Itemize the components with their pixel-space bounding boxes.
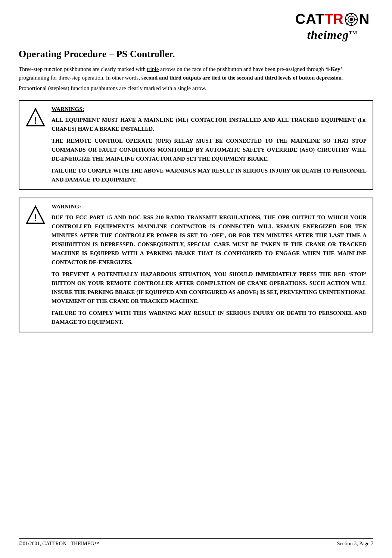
- logo-gear-icon: [345, 13, 358, 26]
- intro-text-1c: programming for: [19, 75, 59, 81]
- page-title: Operating Procedure – PS Controller.: [19, 49, 373, 60]
- intro-ikey-bold: ‘i-Key’: [325, 66, 342, 72]
- warning-icon-1: !: [25, 108, 46, 128]
- logo-tr-text: TR: [324, 11, 343, 27]
- logo-container: CAT TR N theimegTM: [291, 11, 373, 42]
- warning-2-para-2: TO PREVENT A POTENTIALLY HAZARDOUS SITUA…: [52, 270, 367, 306]
- intro-text-1d: operation. In other words,: [81, 75, 141, 81]
- intro-para-1: Three-step function pushbuttons are clea…: [19, 65, 373, 82]
- intro-text-1e: .: [342, 75, 343, 81]
- warning-1-content: WARNINGS: ALL EQUIPMENT MUST HAVE A MAIN…: [52, 106, 367, 184]
- intro-para-2: Proportional (stepless) function pushbut…: [19, 84, 373, 93]
- warning-1-para-3: FAILURE TO COMPLY WITH THE ABOVE WARNING…: [52, 166, 367, 184]
- logo-theimeg-text: theimegTM: [291, 28, 373, 42]
- warning-box-1: ! WARNINGS: ALL EQUIPMENT MUST HAVE A MA…: [19, 100, 373, 190]
- logo-cattron: CAT TR N: [291, 11, 373, 27]
- warning-box-2: ! WARNING: DUE TO FCC PART 15 AND DOC RS…: [19, 198, 373, 332]
- svg-text:!: !: [34, 213, 37, 223]
- header: CAT TR N theimegTM: [19, 11, 373, 42]
- intro-text-1b: arrows on the face of the pushbutton and…: [159, 66, 325, 72]
- intro-second-third-bold: second and third outputs are tied to the…: [141, 75, 342, 81]
- page-footer: ©01/2001, CATTRON - THEIMEG™ Section 3, …: [19, 538, 373, 547]
- intro-triple-underline: triple: [147, 66, 159, 72]
- warning-icon-2: !: [25, 205, 46, 225]
- warning-1-title: WARNINGS:: [52, 106, 367, 112]
- logo-cat-text: CAT: [295, 11, 324, 27]
- footer-left: ©01/2001, CATTRON - THEIMEG™: [19, 541, 99, 547]
- warning-2-content: WARNING: DUE TO FCC PART 15 AND DOC RSS-…: [52, 204, 367, 326]
- warning-2-title: WARNING:: [52, 204, 367, 210]
- intro-text-1a: Three-step function pushbuttons are clea…: [19, 66, 147, 72]
- warning-1-para-2: THE REMOTE CONTROL OPERATE (OPR) RELAY M…: [52, 136, 367, 163]
- svg-point-10: [349, 18, 353, 21]
- svg-text:!: !: [34, 115, 37, 125]
- warning-1-para-1: ALL EQUIPMENT MUST HAVE A MAINLINE (ML) …: [52, 115, 367, 133]
- warning-2-para-3: FAILURE TO COMPLY WITH THIS WARNING MAY …: [52, 309, 367, 326]
- logo-n-text: N: [359, 11, 369, 27]
- warning-2-para-1: DUE TO FCC PART 15 AND DOC RSS-210 RADIO…: [52, 213, 367, 267]
- intro-threestep-underline: three-step: [59, 75, 81, 81]
- footer-right: Section 3, Page 7: [337, 541, 373, 547]
